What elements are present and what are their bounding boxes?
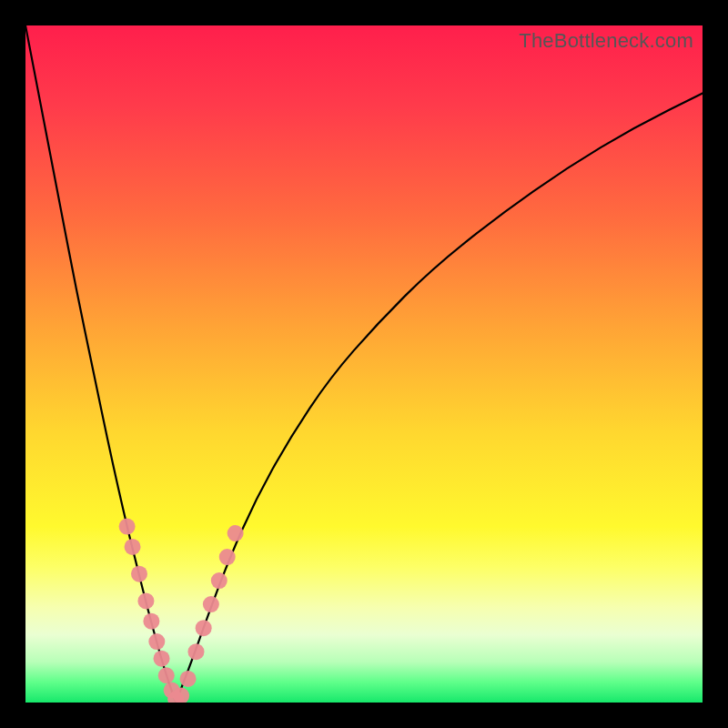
chart-frame: TheBottleneck.com	[25, 25, 703, 703]
svg-rect-0	[25, 25, 703, 703]
background-gradient	[25, 25, 703, 703]
watermark-text: TheBottleneck.com	[519, 29, 693, 53]
